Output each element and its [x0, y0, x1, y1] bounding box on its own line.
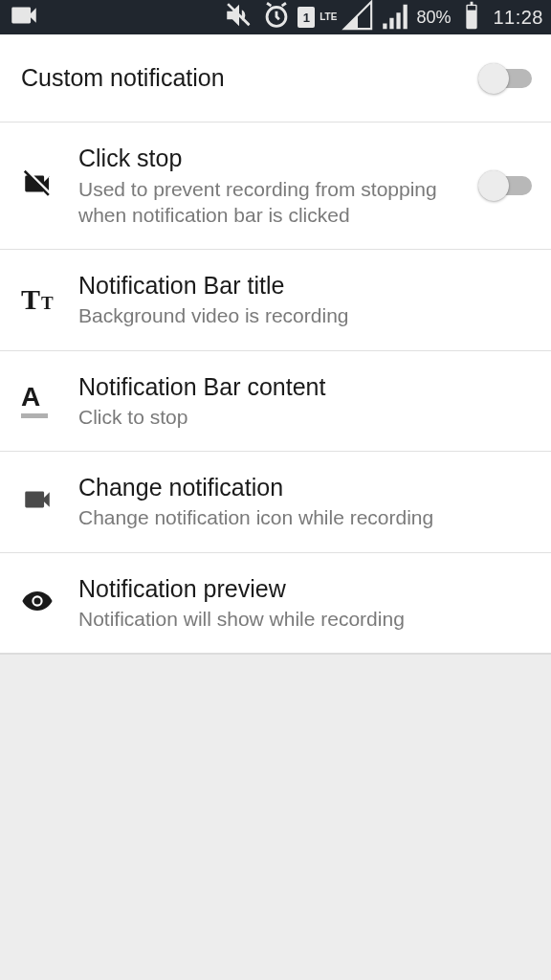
row-title: Notification Bar content [78, 372, 520, 402]
text-underline-icon: A [21, 384, 48, 418]
row-subtitle: Notification will show while recording [78, 606, 520, 632]
row-title: Notification Bar title [78, 271, 520, 301]
signal-2-icon [379, 0, 411, 36]
eye-icon [21, 585, 54, 621]
status-bar: 1 LTE 80% 11:28 [0, 0, 551, 34]
row-notification-preview[interactable]: Notification preview Notification will s… [0, 553, 551, 656]
toggle-click-stop[interactable] [482, 176, 532, 195]
row-title: Click stop [78, 144, 453, 173]
camera-icon [8, 0, 40, 36]
clock: 11:28 [493, 7, 543, 29]
row-subtitle: Click to stop [78, 404, 520, 430]
row-title: Notification preview [78, 574, 520, 604]
status-right: 1 LTE 80% 11:28 [223, 0, 543, 36]
signal-1-icon [342, 0, 374, 36]
alarm-icon [260, 0, 293, 36]
row-click-stop[interactable]: Click stop Used to prevent recording fro… [0, 122, 551, 250]
text-format-icon: TT [21, 283, 54, 316]
videocam-icon [21, 483, 54, 520]
network-type: LTE [320, 12, 337, 22]
row-change-notification[interactable]: Change notification Change notification … [0, 452, 551, 553]
row-subtitle: Used to prevent recording from stopping … [78, 176, 453, 229]
row-custom-notification[interactable]: Custom notification [0, 34, 551, 122]
row-subtitle: Change notification icon while recording [78, 504, 520, 530]
row-title: Custom notification [21, 63, 453, 93]
battery-percent: 80% [416, 8, 451, 28]
row-title: Change notification [78, 473, 520, 502]
settings-list: Custom notification Click stop Used to p… [0, 34, 551, 655]
videocam-off-icon [21, 167, 54, 204]
toggle-custom-notification[interactable] [482, 69, 532, 88]
row-subtitle: Background video is recording [78, 302, 520, 328]
mute-icon [223, 0, 255, 36]
battery-icon [455, 0, 488, 36]
sim-icon: 1 [298, 7, 315, 28]
status-left [8, 0, 40, 36]
svg-rect-1 [468, 6, 476, 11]
row-notification-bar-content[interactable]: A Notification Bar content Click to stop [0, 351, 551, 453]
row-notification-bar-title[interactable]: TT Notification Bar title Background vid… [0, 250, 551, 351]
